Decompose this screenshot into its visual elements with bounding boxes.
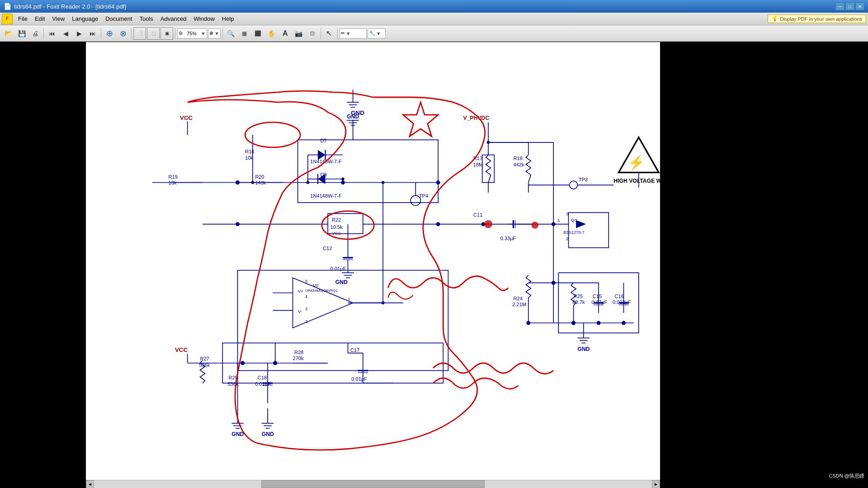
image-select-button[interactable]: ⊡ (306, 27, 319, 40)
fit-width-button[interactable]: ⬚ (147, 27, 160, 40)
menu-file[interactable]: File (14, 14, 31, 23)
window-title: tidrs64.pdf - Foxit Reader 2.0 - [tidrs6… (14, 3, 835, 10)
svg-text:R25: R25 (574, 294, 583, 299)
fit-actual-button[interactable]: ▣ (160, 27, 173, 40)
tools-combo[interactable]: 🔧 ▼ (368, 28, 386, 38)
svg-point-78 (436, 222, 440, 226)
open-button[interactable]: 📂 (2, 27, 14, 40)
svg-text:1N4148W-7-F: 1N4148W-7-F (310, 193, 342, 199)
zoom-plus-combo[interactable]: ⊕ ▼ (208, 28, 221, 38)
pdf-viewer[interactable]: GND V_PHVDC R17 18M R18 442k TP3 (86, 42, 660, 488)
zoom-plus-icon: ⊕ (209, 30, 213, 36)
svg-text:TP3: TP3 (579, 177, 588, 182)
status-bar: CSDN @陈思瞟 (719, 472, 868, 480)
horizontal-scrollbar[interactable]: ◄ ► (86, 480, 660, 488)
full-screen-enter-button[interactable]: ⊕ (103, 27, 116, 40)
menu-language[interactable]: Language (68, 14, 102, 23)
svg-text:4: 4 (305, 294, 307, 299)
last-page-button[interactable]: ⏭ (86, 27, 99, 40)
svg-text:D7: D7 (321, 138, 327, 143)
snapshot-button[interactable]: 📷 (292, 27, 305, 40)
menu-bar: F File Edit View Language Document Tools… (0, 13, 868, 25)
play-button[interactable]: ▶ (73, 27, 85, 40)
svg-text:U2: U2 (313, 283, 319, 288)
svg-text:R20: R20 (255, 174, 264, 180)
svg-text:3: 3 (566, 211, 569, 216)
svg-point-67 (341, 177, 344, 180)
svg-point-156 (571, 321, 576, 325)
title-bar: 📄 tidrs64.pdf - Foxit Reader 2.0 - [tidr… (0, 0, 868, 13)
maximize-button[interactable]: □ (845, 2, 854, 10)
svg-text:R27: R27 (200, 356, 209, 361)
svg-text:0.01μF: 0.01μF (351, 376, 367, 382)
svg-point-45 (236, 180, 240, 185)
separator-5 (222, 28, 223, 39)
ad-banner[interactable]: 💡 Display PDF in your own applications (768, 14, 866, 23)
fullscreen-button[interactable]: ⬛ (252, 27, 264, 40)
zoom-combo[interactable]: ⊖ 75% ▼ (177, 28, 207, 38)
scroll-right-button[interactable]: ► (652, 480, 660, 488)
svg-point-207 (531, 222, 538, 229)
svg-text:C11: C11 (473, 212, 482, 218)
text-select-button[interactable]: A (279, 27, 292, 40)
annotation-combo[interactable]: ✏ ▼ (340, 28, 367, 38)
window-controls[interactable]: ─ □ ✕ (835, 2, 864, 10)
menu-document[interactable]: Document (102, 14, 136, 23)
zoom-value: 75% (184, 31, 200, 36)
svg-text:5: 5 (305, 279, 307, 284)
first-page-button[interactable]: ⏮ (46, 27, 58, 40)
separator-1 (43, 28, 44, 39)
svg-text:2: 2 (305, 319, 307, 324)
minimize-button[interactable]: ─ (835, 2, 844, 10)
prev-page-button[interactable]: ◀ (59, 27, 72, 40)
save-button[interactable]: 💾 (15, 27, 28, 40)
menu-edit[interactable]: Edit (31, 14, 48, 23)
svg-text:C18: C18 (258, 375, 267, 380)
annotation-arrow: ▼ (346, 31, 351, 36)
schematic-svg: GND V_PHVDC R17 18M R18 442k TP3 (86, 42, 660, 488)
print-button[interactable]: 🖨 (29, 27, 42, 40)
tools-arrow: ▼ (376, 31, 381, 36)
hand-tool-button[interactable]: ✋ (265, 27, 278, 40)
svg-text:VCC: VCC (175, 346, 188, 353)
ad-icon: 💡 (772, 16, 778, 22)
svg-text:VC2: VC2 (332, 231, 341, 236)
svg-text:0.022μF: 0.022μF (613, 299, 631, 305)
thumbnails-button[interactable]: ▦ (238, 27, 251, 40)
fit-page-button[interactable]: ⬜ (133, 27, 146, 40)
separator-3 (131, 28, 132, 39)
svg-text:BSS127S-7: BSS127S-7 (563, 230, 584, 235)
tools-icon: 🔧 (369, 30, 375, 36)
svg-text:2.21M: 2.21M (512, 302, 526, 307)
find-button[interactable]: 🔍 (225, 27, 237, 40)
cursor-button[interactable]: ↖ (323, 27, 335, 40)
scroll-left-button[interactable]: ◄ (86, 480, 94, 488)
svg-text:⚡: ⚡ (627, 154, 645, 171)
svg-text:270k: 270k (293, 355, 304, 361)
menu-window[interactable]: Window (190, 14, 218, 23)
menu-view[interactable]: View (48, 14, 68, 23)
left-panel (0, 42, 86, 488)
svg-text:442k: 442k (514, 162, 524, 167)
svg-point-203 (273, 361, 277, 365)
svg-text:1: 1 (348, 297, 350, 301)
schematic-diagram: GND V_PHVDC R17 18M R18 442k TP3 (86, 42, 660, 488)
svg-text:V+: V+ (298, 289, 304, 294)
svg-text:R19: R19 (169, 174, 178, 180)
close-button[interactable]: ✕ (855, 2, 864, 10)
svg-text:C12: C12 (323, 246, 332, 251)
scroll-track[interactable] (94, 480, 652, 488)
menu-help[interactable]: Help (218, 14, 238, 23)
full-screen-exit-button[interactable]: ⊗ (117, 27, 129, 40)
svg-text:536k: 536k (227, 381, 238, 387)
separator-6 (321, 28, 321, 39)
app-icon: 📄 (4, 3, 11, 10)
svg-text:0.33μF: 0.33μF (500, 236, 516, 241)
svg-text:C16: C16 (615, 294, 624, 299)
svg-text:R28: R28 (294, 350, 303, 355)
scroll-thumb[interactable] (261, 480, 485, 488)
menu-tools[interactable]: Tools (136, 14, 156, 23)
svg-text:GND: GND (335, 279, 348, 285)
menu-advanced[interactable]: Advanced (157, 14, 190, 23)
svg-point-206 (484, 220, 492, 228)
